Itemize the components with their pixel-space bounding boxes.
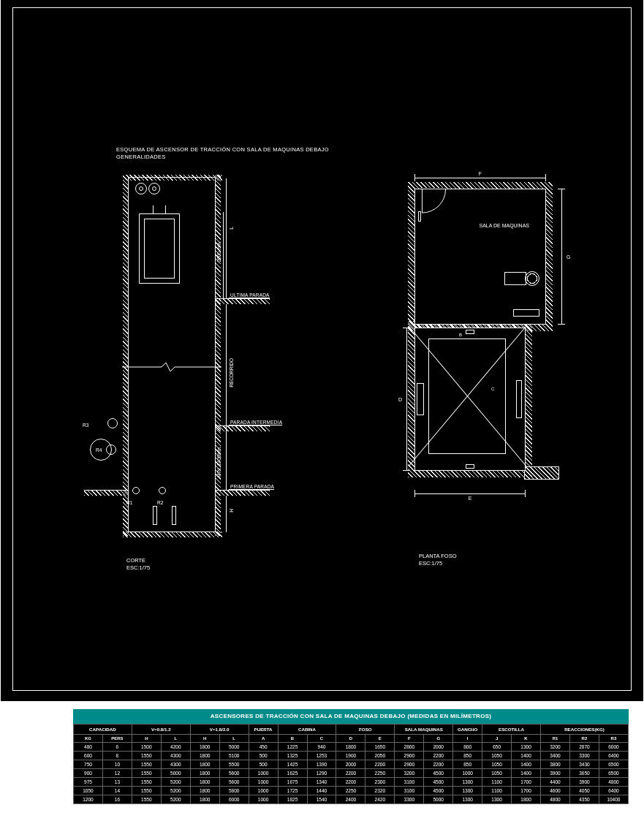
r4-label: R4 xyxy=(96,447,102,453)
pit-plan: B C xyxy=(414,328,526,471)
table-sub-header: PERS xyxy=(102,735,132,743)
r3-label: R3 xyxy=(83,423,88,428)
plan-scale: ESC:1/75 xyxy=(419,560,457,567)
table-cell: 5200 xyxy=(161,778,190,787)
section-title: CORTE ESC:1/75 xyxy=(126,557,150,572)
table-cell: 16 xyxy=(102,795,132,804)
table-cell: 1800 xyxy=(190,778,219,787)
spec-table-wrap: ASCENSORES DE TRACCIÓN CON SALA DE MAQUI… xyxy=(73,709,629,804)
table-cell: 1550 xyxy=(132,760,161,769)
table-title: ASCENSORES DE TRACCIÓN CON SALA DE MAQUI… xyxy=(73,709,629,724)
table-cell: 850 xyxy=(453,760,482,769)
table-cell: 1900 xyxy=(336,752,365,760)
table-sub-header: KG xyxy=(74,735,103,743)
table-cell: 3200 xyxy=(395,769,424,778)
table-cell: 3100 xyxy=(395,778,424,787)
machine-room-plan: SALA DE MAQUINAS xyxy=(414,189,546,325)
drawing-title-block: ESQUEMA DE ASCENSOR DE TRACCIÓN CON SALA… xyxy=(116,146,329,161)
plan-view: F SALA DE MAQUINAS G xyxy=(400,171,590,566)
table-cell: 2000 xyxy=(424,743,453,752)
table-cell: 5000 xyxy=(161,769,190,778)
table-cell: 650 xyxy=(482,743,512,752)
table-sub-header: K xyxy=(512,735,541,743)
table-group-header: REACCIONES(KG) xyxy=(541,724,629,735)
table-cell: 6400 xyxy=(599,787,628,795)
table-cell: 2900 xyxy=(395,760,424,769)
table-cell: 1000 xyxy=(249,787,278,795)
section-view: ULTIMA PARADA PARADA INTERMEDIA PRIMERA … xyxy=(83,175,309,570)
plan-title-text: PLANTA FOSO xyxy=(419,553,457,560)
table-group-header: V=1.8/2.0 xyxy=(190,724,249,735)
table-cell: 13 xyxy=(102,778,132,787)
table-cell: 2320 xyxy=(365,787,395,795)
table-sub-header: F xyxy=(395,735,424,743)
table-cell: 6000 xyxy=(219,795,249,804)
table-row: 1200161550520018006000100018251540240024… xyxy=(74,795,629,804)
top-pulleys xyxy=(135,183,162,197)
dim-d: D xyxy=(403,328,410,471)
last-floor-slab xyxy=(216,298,270,304)
table-cell: 2250 xyxy=(365,769,395,778)
r1-label: R1 xyxy=(126,500,132,505)
elevator-car xyxy=(139,213,180,284)
table-sub-header: A xyxy=(249,735,278,743)
table-cell: 4800 xyxy=(541,795,570,804)
table-sub-header: C xyxy=(307,735,336,743)
table-cell: 1300 xyxy=(453,778,482,787)
table-cell: 2250 xyxy=(336,787,365,795)
table-group-header: CAPACIDAD xyxy=(74,724,132,735)
table-cell: 1300 xyxy=(482,795,512,804)
table-cell: 1625 xyxy=(278,769,307,778)
dim-line-l xyxy=(226,178,227,298)
dim-e: E xyxy=(414,490,526,497)
table-cell: 5000 xyxy=(219,743,249,752)
table-cell: 1050 xyxy=(482,769,512,778)
table-group-header: CABINA xyxy=(278,724,336,735)
dim-2000: 2000 min. xyxy=(216,241,221,262)
table-cell: 1800 xyxy=(190,743,219,752)
dim-f: F xyxy=(414,174,546,181)
table-cell: 2200 xyxy=(336,778,365,787)
pit-buffers xyxy=(145,503,183,525)
table-cell: 2200 xyxy=(424,752,453,760)
table-cell: 1550 xyxy=(132,752,161,760)
dim-b: B xyxy=(459,333,462,337)
table-cell: 5200 xyxy=(161,787,190,795)
table-group-header: SALA MAQUINAS xyxy=(395,724,453,735)
table-cell: 450 xyxy=(249,743,278,752)
table-sub-header: H xyxy=(190,735,219,743)
table-cell: 2400 xyxy=(336,795,365,804)
table-cell: 3650 xyxy=(569,769,599,778)
table-cell: 5000 xyxy=(424,795,453,804)
table-row: 9001215505000180056001000162512902200225… xyxy=(74,769,629,778)
table-cell: 1050 xyxy=(74,787,103,795)
table-cell: 4600 xyxy=(541,787,570,795)
control-panel xyxy=(513,309,539,317)
intermediate-floor-slab xyxy=(216,425,270,431)
title-line-2: GENERALIDADES xyxy=(116,154,329,161)
table-cell: 940 xyxy=(307,743,336,752)
table-cell: 10400 xyxy=(599,795,628,804)
table-cell: 1440 xyxy=(307,787,336,795)
table-row: 7501015504300180055005001425139020002200… xyxy=(74,760,629,769)
table-cell: 1000 xyxy=(249,778,278,787)
table-cell: 1400 xyxy=(512,752,541,760)
dim-l: L xyxy=(229,227,234,230)
table-cell: 1550 xyxy=(132,778,161,787)
table-cell: 5100 xyxy=(219,752,249,760)
table-cell: 1540 xyxy=(307,795,336,804)
table-cell: 1500 xyxy=(132,743,161,752)
table-sub-header: E xyxy=(365,735,395,743)
table-cell: 1000 xyxy=(249,795,278,804)
table-cell: 1675 xyxy=(278,778,307,787)
table-cell: 2200 xyxy=(365,760,395,769)
table-cell: 5600 xyxy=(219,778,249,787)
table-cell: 1700 xyxy=(512,787,541,795)
dim-h: H xyxy=(229,509,234,512)
table-cell: 3200 xyxy=(541,743,570,752)
traction-motor xyxy=(504,271,539,286)
table-cell: 5800 xyxy=(219,787,249,795)
table-sub-header: G xyxy=(424,735,453,743)
cad-drawing-panel: ESQUEMA DE ASCENSOR DE TRACCIÓN CON SALA… xyxy=(0,0,644,702)
table-cell: 975 xyxy=(74,778,103,787)
